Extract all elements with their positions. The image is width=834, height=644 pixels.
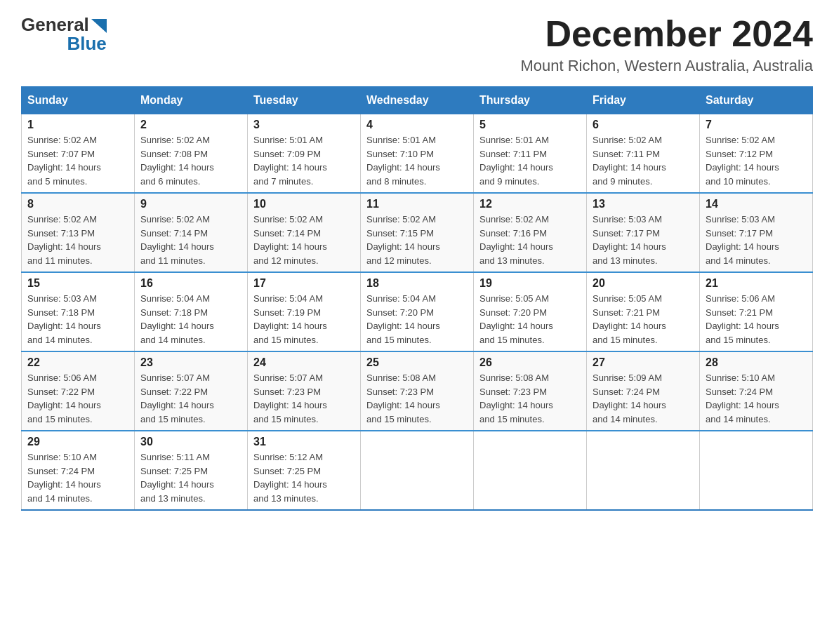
weekday-header-saturday: Saturday — [700, 87, 813, 114]
calendar-cell: 3 Sunrise: 5:01 AM Sunset: 7:09 PM Dayli… — [248, 114, 361, 194]
day-info: Sunrise: 5:03 AM Sunset: 7:18 PM Dayligh… — [27, 293, 101, 345]
day-info: Sunrise: 5:04 AM Sunset: 7:19 PM Dayligh… — [253, 293, 327, 345]
logo-icon: General Blue — [21, 14, 107, 55]
header: General Blue December 2024 Mount Richon,… — [21, 14, 813, 75]
day-info: Sunrise: 5:06 AM Sunset: 7:21 PM Dayligh… — [706, 293, 779, 345]
day-info: Sunrise: 5:01 AM Sunset: 7:10 PM Dayligh… — [366, 135, 440, 187]
day-number: 3 — [253, 119, 355, 131]
calendar-cell: 26 Sunrise: 5:08 AM Sunset: 7:23 PM Dayl… — [474, 351, 587, 431]
week-row-3: 15 Sunrise: 5:03 AM Sunset: 7:18 PM Dayl… — [22, 272, 813, 351]
day-number: 22 — [27, 356, 128, 369]
day-number: 27 — [593, 356, 694, 369]
day-number: 9 — [140, 198, 241, 210]
calendar-cell: 19 Sunrise: 5:05 AM Sunset: 7:20 PM Dayl… — [474, 272, 587, 351]
day-info: Sunrise: 5:04 AM Sunset: 7:20 PM Dayligh… — [366, 293, 440, 345]
day-number: 16 — [140, 277, 241, 290]
day-number: 14 — [706, 198, 807, 210]
month-title: December 2024 — [520, 14, 813, 54]
day-number: 21 — [706, 277, 807, 290]
calendar-body: 1 Sunrise: 5:02 AM Sunset: 7:07 PM Dayli… — [22, 114, 813, 511]
day-info: Sunrise: 5:10 AM Sunset: 7:24 PM Dayligh… — [27, 452, 101, 504]
calendar-cell: 10 Sunrise: 5:02 AM Sunset: 7:14 PM Dayl… — [248, 193, 361, 272]
day-number: 28 — [706, 356, 807, 369]
day-info: Sunrise: 5:10 AM Sunset: 7:24 PM Dayligh… — [706, 373, 779, 424]
calendar-cell: 7 Sunrise: 5:02 AM Sunset: 7:12 PM Dayli… — [700, 114, 813, 194]
day-info: Sunrise: 5:08 AM Sunset: 7:23 PM Dayligh… — [479, 373, 553, 424]
calendar-cell — [361, 431, 474, 510]
week-row-2: 8 Sunrise: 5:02 AM Sunset: 7:13 PM Dayli… — [22, 193, 813, 272]
day-number: 1 — [27, 119, 128, 131]
day-info: Sunrise: 5:01 AM Sunset: 7:09 PM Dayligh… — [253, 135, 327, 187]
calendar-cell: 5 Sunrise: 5:01 AM Sunset: 7:11 PM Dayli… — [474, 114, 587, 194]
day-number: 20 — [593, 277, 694, 290]
calendar-cell: 8 Sunrise: 5:02 AM Sunset: 7:13 PM Dayli… — [22, 193, 135, 272]
calendar-cell: 28 Sunrise: 5:10 AM Sunset: 7:24 PM Dayl… — [700, 351, 813, 431]
day-info: Sunrise: 5:09 AM Sunset: 7:24 PM Dayligh… — [593, 373, 666, 424]
day-info: Sunrise: 5:12 AM Sunset: 7:25 PM Dayligh… — [253, 452, 327, 504]
day-info: Sunrise: 5:04 AM Sunset: 7:18 PM Dayligh… — [140, 293, 214, 345]
calendar-cell: 6 Sunrise: 5:02 AM Sunset: 7:11 PM Dayli… — [587, 114, 700, 194]
day-number: 19 — [479, 277, 581, 290]
logo-triangle-icon — [91, 19, 107, 33]
logo-blue-text: Blue — [67, 33, 106, 55]
day-info: Sunrise: 5:08 AM Sunset: 7:23 PM Dayligh… — [366, 373, 440, 424]
day-info: Sunrise: 5:02 AM Sunset: 7:14 PM Dayligh… — [253, 214, 327, 266]
calendar-cell — [700, 431, 813, 510]
day-info: Sunrise: 5:05 AM Sunset: 7:21 PM Dayligh… — [593, 293, 666, 345]
calendar-table: SundayMondayTuesdayWednesdayThursdayFrid… — [21, 86, 813, 511]
day-info: Sunrise: 5:02 AM Sunset: 7:08 PM Dayligh… — [140, 135, 214, 187]
calendar-cell: 9 Sunrise: 5:02 AM Sunset: 7:14 PM Dayli… — [135, 193, 248, 272]
weekday-header-thursday: Thursday — [474, 87, 587, 114]
day-info: Sunrise: 5:02 AM Sunset: 7:07 PM Dayligh… — [27, 135, 101, 187]
week-row-5: 29 Sunrise: 5:10 AM Sunset: 7:24 PM Dayl… — [22, 431, 813, 510]
day-number: 25 — [366, 356, 468, 369]
week-row-4: 22 Sunrise: 5:06 AM Sunset: 7:22 PM Dayl… — [22, 351, 813, 431]
day-info: Sunrise: 5:03 AM Sunset: 7:17 PM Dayligh… — [706, 214, 779, 266]
weekday-header-row: SundayMondayTuesdayWednesdayThursdayFrid… — [22, 87, 813, 114]
calendar-cell: 14 Sunrise: 5:03 AM Sunset: 7:17 PM Dayl… — [700, 193, 813, 272]
calendar-header: SundayMondayTuesdayWednesdayThursdayFrid… — [22, 87, 813, 114]
day-number: 10 — [253, 198, 355, 210]
calendar-cell: 29 Sunrise: 5:10 AM Sunset: 7:24 PM Dayl… — [22, 431, 135, 510]
location-title: Mount Richon, Western Australia, Austral… — [520, 57, 813, 75]
weekday-header-monday: Monday — [135, 87, 248, 114]
svg-marker-0 — [91, 19, 107, 33]
week-row-1: 1 Sunrise: 5:02 AM Sunset: 7:07 PM Dayli… — [22, 114, 813, 194]
calendar-cell: 27 Sunrise: 5:09 AM Sunset: 7:24 PM Dayl… — [587, 351, 700, 431]
calendar-cell: 15 Sunrise: 5:03 AM Sunset: 7:18 PM Dayl… — [22, 272, 135, 351]
calendar-cell: 24 Sunrise: 5:07 AM Sunset: 7:23 PM Dayl… — [248, 351, 361, 431]
weekday-header-tuesday: Tuesday — [248, 87, 361, 114]
day-number: 15 — [27, 277, 128, 290]
calendar-cell: 4 Sunrise: 5:01 AM Sunset: 7:10 PM Dayli… — [361, 114, 474, 194]
calendar-cell: 23 Sunrise: 5:07 AM Sunset: 7:22 PM Dayl… — [135, 351, 248, 431]
day-number: 12 — [479, 198, 581, 210]
calendar-cell — [587, 431, 700, 510]
day-number: 18 — [366, 277, 468, 290]
day-number: 11 — [366, 198, 468, 210]
weekday-header-friday: Friday — [587, 87, 700, 114]
day-info: Sunrise: 5:03 AM Sunset: 7:17 PM Dayligh… — [593, 214, 666, 266]
day-info: Sunrise: 5:11 AM Sunset: 7:25 PM Dayligh… — [140, 452, 214, 504]
calendar-cell: 1 Sunrise: 5:02 AM Sunset: 7:07 PM Dayli… — [22, 114, 135, 194]
day-number: 30 — [140, 436, 241, 448]
calendar-cell: 18 Sunrise: 5:04 AM Sunset: 7:20 PM Dayl… — [361, 272, 474, 351]
day-number: 4 — [366, 119, 468, 131]
day-info: Sunrise: 5:02 AM Sunset: 7:13 PM Dayligh… — [27, 214, 101, 266]
day-number: 2 — [140, 119, 241, 131]
calendar-cell: 22 Sunrise: 5:06 AM Sunset: 7:22 PM Dayl… — [22, 351, 135, 431]
day-number: 5 — [479, 119, 581, 131]
day-info: Sunrise: 5:02 AM Sunset: 7:11 PM Dayligh… — [593, 135, 666, 187]
title-section: December 2024 Mount Richon, Western Aust… — [520, 14, 813, 75]
day-info: Sunrise: 5:02 AM Sunset: 7:14 PM Dayligh… — [140, 214, 214, 266]
calendar-cell: 30 Sunrise: 5:11 AM Sunset: 7:25 PM Dayl… — [135, 431, 248, 510]
calendar-cell: 16 Sunrise: 5:04 AM Sunset: 7:18 PM Dayl… — [135, 272, 248, 351]
day-info: Sunrise: 5:01 AM Sunset: 7:11 PM Dayligh… — [479, 135, 553, 187]
day-number: 7 — [706, 119, 807, 131]
day-number: 6 — [593, 119, 694, 131]
calendar-cell: 13 Sunrise: 5:03 AM Sunset: 7:17 PM Dayl… — [587, 193, 700, 272]
day-info: Sunrise: 5:05 AM Sunset: 7:20 PM Dayligh… — [479, 293, 553, 345]
weekday-header-wednesday: Wednesday — [361, 87, 474, 114]
weekday-header-sunday: Sunday — [22, 87, 135, 114]
day-number: 17 — [253, 277, 355, 290]
logo: General Blue — [21, 14, 107, 55]
